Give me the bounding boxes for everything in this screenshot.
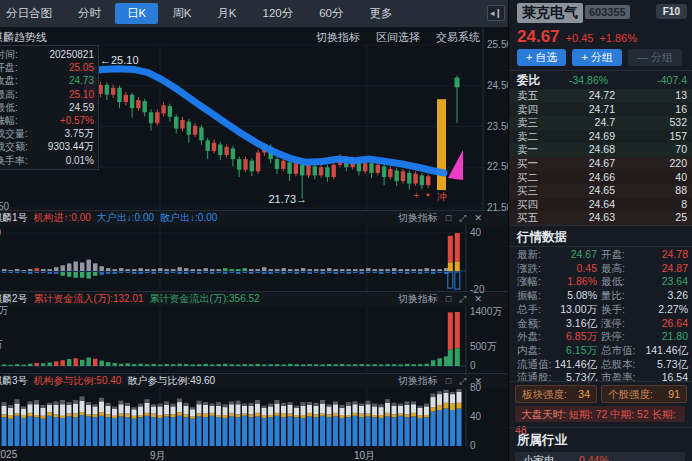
maximize-icon[interactable]: □	[446, 376, 451, 386]
price-change: +0.45	[566, 32, 594, 44]
tooltip-row: 成交量:3.75万	[0, 127, 94, 140]
panel2-header: 麒麟2号累计资金流入(万):132.01累计资金流出(万):356.52切换指标…	[0, 291, 508, 306]
order-book-row[interactable]: 买五24.6325	[509, 211, 692, 225]
stat: 机构进↑:0.00	[34, 211, 91, 225]
order-side-label: 卖一	[517, 143, 538, 157]
tooltip-label: 换手率:	[0, 154, 28, 167]
tooltip-label: 成交额:	[0, 140, 28, 153]
industry-name: 小家电	[523, 452, 555, 461]
tooltip-value: 0.01%	[66, 154, 94, 167]
market-data-row: 总手:13.00万换手:2.27%	[509, 303, 692, 317]
market-field: 2.27%	[658, 303, 688, 317]
tooltip-label: 涨幅:	[0, 114, 18, 127]
tab-分日合图[interactable]: 分日合图	[0, 3, 64, 24]
tooltip-value: 3.75万	[65, 127, 94, 140]
stock-strength-badge: 个股强度: 91	[601, 385, 687, 403]
tab-月K[interactable]: 月K	[205, 3, 248, 24]
industry-row[interactable]: 小家电 0.44%	[515, 452, 685, 461]
last-price: 24.67	[517, 27, 560, 47]
switch-indicator-link[interactable]: 切换指标	[398, 292, 438, 306]
stat: 麒麟1号	[0, 211, 28, 225]
add-watchlist-button[interactable]: + 自选	[517, 49, 566, 66]
svg-text:＋: ＋	[411, 189, 421, 200]
tab-120分[interactable]: 120分	[251, 3, 306, 24]
panel-stats: 麒麟2号累计资金流入(万):132.01累计资金流出(万):356.52	[0, 292, 260, 306]
y-tick-label: 40	[0, 228, 1, 238]
market-data-title: 行情数据	[517, 229, 567, 246]
tab-更多[interactable]: 更多	[358, 3, 405, 24]
order-volume: 88	[675, 184, 687, 198]
link-交易系统[interactable]: 交易系统	[436, 30, 480, 45]
order-book-row[interactable]: 买一24.67220	[509, 157, 692, 171]
expand-icon[interactable]: ⤢	[459, 213, 466, 224]
y-tick-label: 1400万	[0, 306, 8, 316]
stock-strength-value: 91	[668, 386, 680, 402]
f10-button[interactable]: F10	[656, 4, 687, 19]
add-group-button[interactable]: + 分组	[572, 49, 621, 66]
order-price: 24.64	[589, 198, 615, 212]
expand-icon[interactable]: ⤢	[459, 376, 466, 387]
period-toolbar: 分日合图分时日K周K月K120分60分更多	[0, 0, 508, 27]
tooltip-value: 20250821	[50, 48, 95, 61]
market-field: 24.78	[662, 248, 688, 262]
action-buttons: + 自选 + 分组 — 分组	[517, 49, 682, 66]
collapse-panel-icon[interactable]: ◂❙	[487, 5, 505, 21]
order-book-row[interactable]: 卖三24.7532	[509, 116, 692, 130]
order-book-row[interactable]: 买二24.6640	[509, 171, 692, 185]
link-切换指标[interactable]: 切换指标	[316, 30, 360, 45]
tab-周K[interactable]: 周K	[160, 3, 203, 24]
link-区间选择[interactable]: 区间选择	[376, 30, 420, 45]
market-field: 振幅:	[517, 289, 541, 303]
order-book-row[interactable]: 卖一24.6870	[509, 143, 692, 157]
sector-strength-badge: 板块强度: 34	[515, 385, 597, 403]
order-volume: 532	[669, 116, 687, 130]
close-icon[interactable]: ✕	[474, 294, 482, 304]
order-book-row[interactable]: 卖二24.69157	[509, 130, 692, 144]
market-field: 换手:	[601, 303, 625, 317]
close-icon[interactable]: ✕	[474, 213, 482, 223]
market-field: 21.80	[662, 330, 688, 344]
order-book-row[interactable]: 买四24.648	[509, 198, 692, 212]
order-price: 24.71	[589, 103, 615, 117]
order-volume: 8	[681, 198, 687, 212]
order-volume: 16	[675, 103, 687, 117]
order-price: 24.68	[589, 143, 615, 157]
market-field: 3.16亿	[566, 317, 597, 331]
market-field: 量比:	[601, 289, 625, 303]
order-book-row[interactable]: 买三24.6588	[509, 184, 692, 198]
order-side-label: 卖四	[517, 103, 538, 117]
tooltip-row: 最低:24.59	[0, 101, 94, 114]
maximize-icon[interactable]: □	[446, 294, 451, 304]
chart-header-links: 切换指标区间选择交易系统	[316, 30, 480, 45]
market-field: 最新:	[517, 248, 541, 262]
market-data-row: 金额:3.16亿涨停:26.64	[509, 317, 692, 331]
market-field: 开盘:	[601, 248, 625, 262]
switch-indicator-link[interactable]: 切换指标	[398, 374, 438, 388]
maximize-icon[interactable]: □	[446, 213, 451, 223]
x-axis: 20259月10月	[0, 447, 508, 461]
order-volume: 13	[675, 89, 687, 103]
tab-日K[interactable]: 日K	[115, 3, 158, 24]
market-data-row: 外盘:6.85万跌停:21.80	[509, 330, 692, 344]
switch-indicator-link[interactable]: 切换指标	[398, 211, 438, 225]
market-field: 涨跌:	[517, 262, 541, 276]
chart-header: 麒麟趋势线 切换指标区间选择交易系统	[0, 27, 508, 45]
tooltip-value: 24.59	[69, 101, 94, 114]
tab-60分[interactable]: 60分	[307, 3, 355, 24]
expand-icon[interactable]: ⤢	[459, 294, 466, 305]
tab-分时[interactable]: 分时	[66, 3, 113, 24]
order-book-row[interactable]: 卖四24.7116	[509, 103, 692, 117]
tooltip-row: 最高:25.10	[0, 88, 94, 101]
tooltip-row: 收盘:24.73	[0, 74, 94, 87]
order-volume: 40	[675, 171, 687, 185]
remove-group-button[interactable]: — 分组	[628, 49, 682, 66]
market-field: 总股本:	[601, 358, 635, 372]
market-data-row: 涨跌:0.45最高:24.87	[509, 262, 692, 276]
order-price: 24.7	[595, 116, 615, 130]
market-field: 涨停:	[601, 317, 625, 331]
weibi-pct: -34.86%	[569, 74, 608, 86]
market-field: 6.85万	[566, 330, 597, 344]
order-book-row[interactable]: 卖五24.7213	[509, 89, 692, 103]
y-tick-label: -20	[470, 285, 484, 295]
y-tick-label: 500万	[0, 340, 3, 350]
